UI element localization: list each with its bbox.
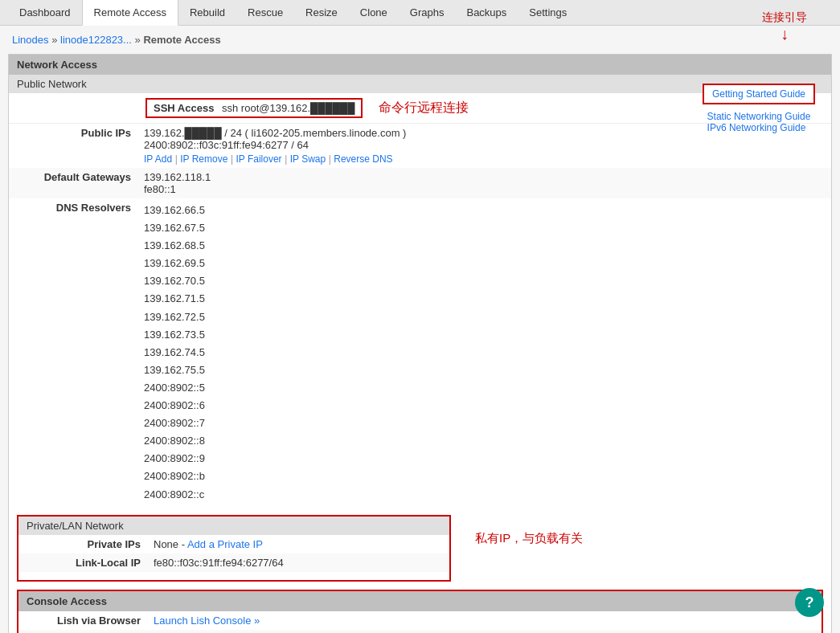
help-icon[interactable]: ? bbox=[795, 588, 824, 617]
private-network-header: Private/LAN Network bbox=[18, 517, 449, 535]
network-access-header: Network Access bbox=[9, 55, 831, 75]
nav-remote-access[interactable]: Remote Access bbox=[82, 0, 178, 26]
static-networking-guide[interactable]: Static Networking Guide bbox=[707, 111, 811, 122]
ip-add-link[interactable]: IP Add bbox=[144, 153, 172, 165]
annotation-private-ip: 私有IP，与负载有关 bbox=[475, 531, 583, 545]
console-access-section: Console Access Lish via Browser Launch L… bbox=[17, 590, 823, 633]
lish-browser-label: Lish via Browser bbox=[18, 611, 147, 630]
nav-settings[interactable]: Settings bbox=[518, 0, 578, 25]
nav-rebuild[interactable]: Rebuild bbox=[178, 0, 236, 25]
public-ips-table: Public IPs 139.162.█████ / 24 ( li1602-2… bbox=[9, 124, 831, 507]
default-gateways-label: Default Gateways bbox=[9, 168, 137, 198]
breadcrumb-current: Remote Access bbox=[143, 34, 220, 46]
nav-resize[interactable]: Resize bbox=[294, 0, 349, 25]
breadcrumb-linodes[interactable]: Linodes bbox=[12, 34, 49, 46]
add-private-ip-link[interactable]: Add a Private IP bbox=[187, 538, 263, 550]
launch-lish-console-link[interactable]: Launch Lish Console » bbox=[154, 615, 260, 627]
reverse-dns-link[interactable]: Reverse DNS bbox=[334, 153, 392, 165]
link-local-value: fe80::f03c:91ff:fe94:6277/64 bbox=[147, 553, 449, 572]
dns-resolvers-list: 139.162.66.5 139.162.67.5 139.162.68.5 1… bbox=[137, 198, 831, 507]
link-local-label: Link-Local IP bbox=[18, 553, 147, 572]
ip-swap-link[interactable]: IP Swap bbox=[290, 153, 326, 165]
lish-browser-value: Launch Lish Console » bbox=[147, 611, 480, 630]
nav-clone[interactable]: Clone bbox=[349, 0, 399, 25]
nav-backups[interactable]: Backups bbox=[455, 0, 518, 25]
private-ips-value: None - Add a Private IP bbox=[147, 535, 449, 553]
console-access-header: Console Access bbox=[18, 591, 822, 611]
main-content: 连接引导 ↓ Network Access Public Network SSH… bbox=[8, 54, 832, 633]
breadcrumb-linode[interactable]: linode122823... bbox=[60, 34, 132, 46]
breadcrumb: Linodes » linode122823... » Remote Acces… bbox=[0, 26, 840, 54]
private-lan-section: Private/LAN Network Private IPs None - A… bbox=[17, 515, 451, 582]
getting-started-guide-button[interactable]: Getting Started Guide bbox=[703, 84, 815, 104]
default-gateways-value: 139.162.118.1 fe80::1 bbox=[137, 168, 831, 198]
lish-ssh-value: ssh -t █████████████████████████████████… bbox=[147, 630, 480, 633]
lish-note-cell: Lish listens on ports 22, 443, and 2200 … bbox=[480, 630, 822, 633]
ssh-command: ssh root@139.162.██████ bbox=[222, 102, 354, 114]
ip-remove-link[interactable]: IP Remove bbox=[180, 153, 227, 165]
private-ips-label: Private IPs bbox=[18, 535, 147, 553]
public-ips-label: Public IPs bbox=[9, 124, 137, 168]
annotation-cli: 命令行远程连接 bbox=[379, 100, 469, 116]
top-navigation: Dashboard Remote Access Rebuild Rescue R… bbox=[0, 0, 840, 26]
ip-failover-link[interactable]: IP Failover bbox=[236, 153, 281, 165]
dns-resolvers-label: DNS Resolvers bbox=[9, 198, 137, 507]
ipv6-networking-guide[interactable]: IPv6 Networking Guide bbox=[707, 122, 811, 133]
nav-graphs[interactable]: Graphs bbox=[399, 0, 456, 25]
lish-ssh-label: Lish via SSH bbox=[18, 630, 147, 633]
nav-dashboard[interactable]: Dashboard bbox=[8, 0, 82, 25]
nav-rescue[interactable]: Rescue bbox=[236, 0, 294, 25]
ssh-access-box: SSH Access ssh root@139.162.██████ bbox=[145, 98, 363, 118]
